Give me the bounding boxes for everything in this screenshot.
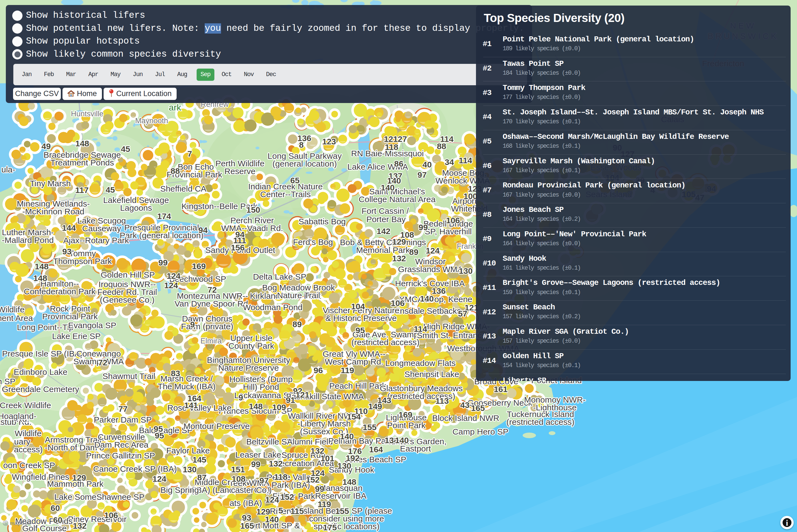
svg-text:-Hoagland-: -Hoagland-: [0, 412, 36, 421]
svg-text:8: 8: [299, 140, 304, 149]
svg-text:Montour Preserve: Montour Preserve: [184, 421, 250, 431]
svg-text:Thompson Park: Thompson Park: [53, 256, 112, 266]
svg-text:Huntsville: Huntsville: [71, 110, 103, 118]
svg-text:Sheffield CA: Sheffield CA: [160, 184, 206, 193]
svg-text:132: 132: [392, 254, 406, 263]
svg-text:Farm (private): Farm (private): [181, 322, 233, 331]
svg-text:Eastport: Eastport: [400, 444, 431, 453]
svg-text:144: 144: [62, 223, 76, 232]
svg-text:access): access): [14, 445, 42, 454]
svg-text:caster Co.): caster Co.): [231, 486, 272, 495]
svg-text:Faylor Lake: Faylor Lake: [166, 446, 210, 455]
svg-text:129: 129: [392, 237, 406, 246]
svg-text:Memorial Park: Memorial Park: [356, 245, 410, 254]
svg-text:Hill) Pond: Hill) Pond: [243, 382, 279, 392]
svg-text:117: 117: [75, 186, 89, 195]
svg-text:129: 129: [72, 473, 86, 482]
svg-text:Pelham Bay Park: Pelham Bay Park: [328, 436, 393, 445]
svg-text:Maynooth: Maynooth: [135, 117, 168, 125]
svg-text:Parker Dam SP: Parker Dam SP: [94, 415, 152, 424]
svg-text:ula-: ula-: [1, 165, 15, 174]
svg-text:91: 91: [286, 395, 295, 404]
svg-text:Lagoons: Lagoons: [120, 203, 152, 212]
svg-text:oon Creek SP: oon Creek SP: [3, 461, 55, 470]
svg-text:Confederation Park: Confederation Park: [24, 287, 96, 296]
svg-text:Sandy Hook: Sandy Hook: [329, 465, 374, 474]
svg-text:88: 88: [171, 166, 180, 175]
svg-text:Shawmut Trail: Shawmut Trail: [102, 372, 155, 381]
svg-text:148: 148: [249, 402, 263, 411]
svg-text:106: 106: [104, 511, 118, 520]
svg-text:Grasslands WMA: Grasslands WMA: [398, 265, 463, 274]
svg-text:148: 148: [75, 139, 89, 148]
svg-text:Presque Isle SP (IBA): Presque Isle SP (IBA): [2, 349, 83, 358]
svg-text:99: 99: [158, 258, 168, 267]
svg-text:Wildlife: Wildlife: [15, 429, 42, 438]
svg-text:155: 155: [335, 507, 349, 516]
svg-text:7: 7: [187, 149, 192, 158]
svg-text:99: 99: [418, 223, 428, 232]
svg-text:154: 154: [347, 412, 361, 421]
svg-text:County Park: County Park: [228, 341, 274, 350]
svg-text:57: 57: [458, 309, 467, 318]
svg-text:165: 165: [240, 521, 254, 530]
svg-text:Wildlife: Wildlife: [0, 305, 24, 314]
svg-text:118: 118: [385, 142, 398, 152]
svg-text:Park (general location): Park (general location): [120, 231, 204, 240]
svg-text:SP, Haverhill: SP, Haverhill: [424, 227, 472, 236]
svg-text:89: 89: [409, 247, 418, 256]
svg-text:Herrick's Cove IBA: Herrick's Cove IBA: [395, 279, 465, 288]
svg-text:Camp Hero SP: Camp Hero SP: [452, 427, 509, 436]
svg-text:106: 106: [446, 216, 460, 225]
svg-text:140: 140: [395, 436, 409, 445]
svg-text:Leaser Lake: Leaser Lake: [235, 450, 281, 459]
svg-text:Van Dyne Spoor Rd.: Van Dyne Spoor Rd.: [175, 299, 250, 308]
svg-text:ark: ark: [169, 102, 181, 112]
svg-text:& Historic Preserve: & Historic Preserve: [325, 314, 397, 323]
svg-text:141: 141: [184, 401, 198, 410]
svg-text:142: 142: [377, 227, 391, 236]
svg-text:87: 87: [197, 473, 206, 482]
svg-text:Provincial Park: Provincial Park: [42, 312, 98, 321]
svg-text:60: 60: [51, 504, 60, 513]
svg-text:148: 148: [35, 262, 49, 271]
svg-text:Point Park: Point Park: [387, 421, 426, 430]
svg-text:(restricted access): (restricted access): [506, 417, 574, 426]
svg-text:Fort Cassin /: Fort Cassin /: [362, 206, 409, 215]
svg-text:95: 95: [154, 424, 163, 433]
svg-text:Evangola SP: Evangola SP: [68, 321, 116, 330]
svg-text:145: 145: [192, 455, 206, 464]
svg-text:Dam Rec Area: Dam Rec Area: [94, 440, 148, 449]
svg-text:60: 60: [53, 515, 62, 525]
svg-text:45: 45: [121, 145, 130, 154]
svg-text:Big Spring: Big Spring: [160, 486, 199, 495]
svg-text:Alumni Field: Alumni Field: [287, 437, 333, 446]
svg-text:161: 161: [494, 384, 508, 394]
svg-text:Park (IBA): Park (IBA): [271, 480, 310, 490]
svg-text:114: 114: [459, 156, 472, 165]
svg-text:Longmeadow Flats: Longmeadow Flats: [385, 359, 455, 368]
svg-text:Shenipsit Lake: Shenipsit Lake: [405, 369, 459, 379]
svg-text:124: 124: [152, 474, 166, 483]
svg-text:136: 136: [432, 286, 446, 296]
svg-text:150: 150: [246, 205, 260, 214]
svg-text:130: 130: [183, 465, 196, 474]
svg-text:Ferd's Bog: Ferd's Bog: [293, 238, 333, 247]
svg-text:169: 169: [398, 410, 412, 419]
svg-text:104: 104: [351, 302, 365, 311]
svg-text:65: 65: [290, 176, 299, 185]
svg-text:Lake Erie SP: Lake Erie SP: [52, 331, 100, 341]
svg-text:o Creek Wildlife: o Creek Wildlife: [0, 401, 51, 410]
svg-text:124: 124: [426, 246, 440, 255]
svg-text:43: 43: [460, 400, 469, 410]
svg-text:109: 109: [272, 403, 286, 412]
svg-text:155: 155: [363, 423, 377, 432]
svg-text:123: 123: [322, 137, 336, 146]
svg-text:Lake SomeShawnee SP: Lake SomeShawnee SP: [54, 492, 145, 501]
svg-text:WMA--Vaadi Rd.: WMA--Vaadi Rd.: [221, 224, 283, 233]
svg-text:Sabattis Bog: Sabattis Bog: [299, 217, 346, 226]
svg-text:Woodman Pond: Woodman Pond: [243, 303, 303, 312]
svg-text:83: 83: [171, 369, 180, 378]
svg-text:h SP: h SP: [0, 377, 16, 386]
svg-text:132: 132: [269, 459, 283, 468]
